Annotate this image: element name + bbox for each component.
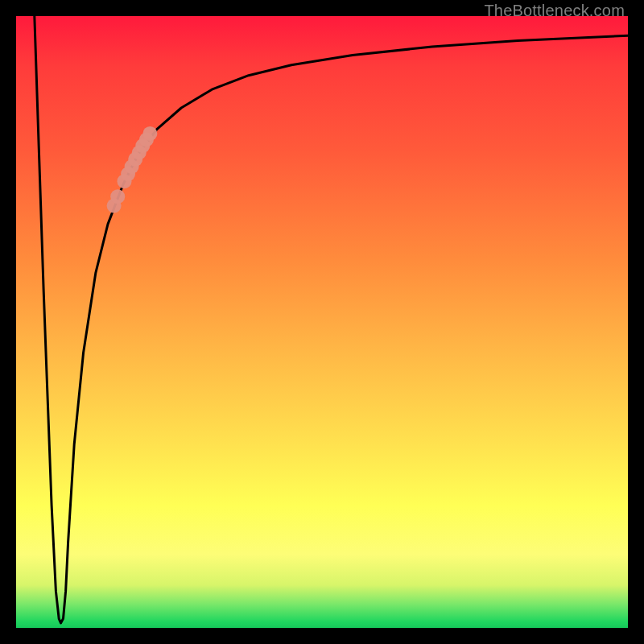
curve-layer bbox=[16, 16, 628, 628]
highlight-dot bbox=[110, 189, 125, 204]
highlight-dot bbox=[142, 126, 157, 141]
plot-area bbox=[16, 16, 628, 628]
watermark-text: TheBottleneck.com bbox=[484, 2, 625, 20]
bottleneck-curve bbox=[35, 16, 628, 623]
highlight-markers bbox=[107, 126, 158, 213]
chart-frame: TheBottleneck.com bbox=[0, 0, 644, 644]
